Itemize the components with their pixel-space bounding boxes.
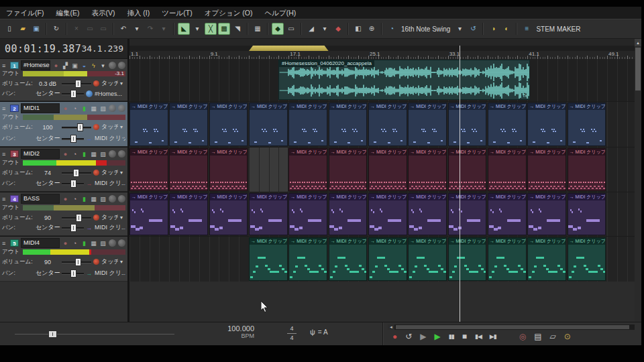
- swing-select[interactable]: 16th Note Swing: [398, 25, 453, 33]
- record-dot-icon[interactable]: ●: [62, 105, 69, 112]
- playhead[interactable]: [460, 46, 460, 322]
- piano-icon[interactable]: ▦: [90, 196, 97, 202]
- output-destination-label[interactable]: MIDI クリ...: [95, 179, 125, 188]
- midi-clip[interactable]: → MIDI クリップ: [408, 103, 447, 146]
- midi-clip[interactable]: → MIDI クリップ -: [568, 148, 606, 191]
- midi-clip[interactable]: → MIDI クリップ -: [288, 193, 327, 235]
- midi-clip[interactable]: → MIDI クリップ: [329, 103, 368, 146]
- clock-icon[interactable]: ◔: [71, 196, 78, 202]
- time-display-mbt[interactable]: 34.1.239: [81, 44, 123, 54]
- track-number-badge[interactable]: 1: [10, 62, 19, 69]
- io-button[interactable]: ⊙: [564, 331, 571, 342]
- pan-slider[interactable]: [62, 269, 84, 278]
- output-destination-label[interactable]: MIDI クリ...: [95, 223, 125, 232]
- midi-clip[interactable]: → MIDI クリップ -: [288, 237, 327, 281]
- midi-clip[interactable]: → MIDI クリップ -: [488, 237, 527, 281]
- track-collapse-icon[interactable]: ≡: [2, 62, 8, 69]
- midi-clip[interactable]: → MIDI クリップ: [249, 103, 288, 146]
- menu-item-3[interactable]: 挿入 (I): [121, 7, 156, 19]
- stem-maker-button[interactable]: STEM MAKER: [533, 25, 583, 33]
- midi-plug-icon[interactable]: ▮: [80, 240, 88, 247]
- track-number-badge[interactable]: 5: [10, 239, 19, 247]
- midi-clip[interactable]: → MIDI クリップ -: [488, 193, 527, 235]
- stretch-tool-button[interactable]: ▩: [218, 23, 230, 35]
- volume-value[interactable]: 74: [36, 170, 60, 176]
- fx-knob-icon[interactable]: [118, 62, 125, 69]
- record-dot-icon[interactable]: ●: [62, 196, 69, 202]
- midi-clip[interactable]: → MIDI クリップ -: [527, 193, 566, 235]
- midi-clip[interactable]: → MIDI クリップ -: [329, 237, 368, 281]
- pan-value[interactable]: センター: [36, 269, 60, 278]
- piano-icon[interactable]: ▦: [90, 240, 97, 247]
- track-name-field[interactable]: BASS: [21, 194, 60, 204]
- master-volume-slider[interactable]: [15, 330, 174, 339]
- clock-icon[interactable]: ◔: [71, 240, 78, 247]
- swing-apply-button[interactable]: ↺: [467, 23, 479, 35]
- record-button[interactable]: ●: [392, 331, 397, 342]
- midi-clip[interactable]: → MIDI クリップ -: [329, 193, 368, 235]
- track-number-badge[interactable]: 4: [10, 195, 19, 202]
- mute-blue-icon[interactable]: ◒: [80, 62, 88, 69]
- midi-clip[interactable]: → MIDI クリップ -: [448, 237, 487, 281]
- eraser-tool-button[interactable]: ◆: [272, 23, 284, 35]
- volume-value[interactable]: 0.3 dB: [36, 80, 60, 87]
- loop-record-button[interactable]: ◎: [519, 331, 526, 342]
- clip-fx-badge[interactable]: fx: [523, 93, 527, 99]
- midi-clip[interactable]: → MIDI クリップ -: [527, 237, 566, 281]
- play-button[interactable]: ▶: [435, 331, 441, 342]
- track-header-MIDI1[interactable]: ≡2MIDI1●◔▮▦▨アウトボリューム:100タッチ▾パン:センター→MIDI…: [0, 102, 127, 147]
- midi-clip[interactable]: → MIDI クリップ: [568, 103, 606, 146]
- track-collapse-icon[interactable]: ≡: [2, 196, 8, 202]
- midi-clip[interactable]: → MIDI クリップ -: [249, 193, 288, 235]
- volume-slider-handle[interactable]: [75, 258, 81, 266]
- next-button[interactable]: ▶▮: [490, 331, 496, 342]
- midi-clip[interactable]: → MIDI クリップ: [488, 103, 527, 146]
- pan-slider[interactable]: [62, 135, 84, 143]
- midi-clip[interactable]: → MIDI クリップ -: [368, 193, 407, 235]
- pan-slider[interactable]: [62, 224, 84, 232]
- midi-clip[interactable]: → MIDI クリップ -: [169, 193, 208, 235]
- output-destination-label[interactable]: #Homes...: [95, 90, 125, 97]
- midi-clip[interactable]: → MIDI クリップ: [129, 103, 168, 146]
- pan-slider-handle[interactable]: [70, 224, 76, 232]
- freeze-knob-icon[interactable]: [109, 150, 116, 158]
- pause-button[interactable]: ▮▮: [449, 331, 454, 342]
- menu-item-0[interactable]: ファイル(F): [0, 7, 50, 19]
- volume-value[interactable]: 90: [36, 215, 60, 221]
- midi-clip[interactable]: → MIDI クリップ -: [329, 148, 368, 191]
- volume-slider[interactable]: [62, 214, 91, 222]
- edit-cursor-tool-button[interactable]: ◥: [231, 23, 244, 35]
- midi-clip[interactable]: → MIDI クリップ -: [249, 237, 288, 281]
- volume-slider-handle[interactable]: [76, 214, 82, 222]
- automation-gear-icon[interactable]: [93, 259, 99, 265]
- midi-clip[interactable]: → MIDI クリップ -: [408, 193, 447, 235]
- midi-clip[interactable]: → MIDI クリップ -: [129, 148, 168, 191]
- automation-mode-label[interactable]: タッチ: [101, 257, 118, 266]
- step-grid-icon[interactable]: ▞: [62, 62, 69, 69]
- volume-slider-handle[interactable]: [75, 80, 81, 88]
- automation-gear-icon[interactable]: [93, 80, 99, 86]
- midi-plug-icon[interactable]: ▮: [80, 151, 88, 158]
- midi-clip[interactable]: → MIDI クリップ: [368, 103, 407, 146]
- midi-clip[interactable]: → MIDI クリップ -: [448, 193, 487, 235]
- fx-knob-icon[interactable]: [118, 239, 125, 247]
- paste-button[interactable]: ▭: [97, 23, 109, 35]
- smart-tool-button[interactable]: ◣: [178, 23, 190, 35]
- pan-slider-handle[interactable]: [70, 180, 76, 188]
- automation-gear-icon[interactable]: [93, 124, 99, 130]
- echo-icon[interactable]: ▣: [71, 62, 78, 69]
- scroll-up-button[interactable]: ▴: [635, 39, 641, 46]
- grid-icon[interactable]: ▨: [99, 196, 107, 202]
- cut-button[interactable]: ×: [70, 23, 83, 35]
- volume-caret-icon[interactable]: ▾: [120, 170, 125, 176]
- volume-slider-handle[interactable]: [73, 169, 79, 177]
- select-box-tool-button[interactable]: ▭: [285, 23, 297, 35]
- save-button[interactable]: ▣: [30, 23, 42, 35]
- midi-clip[interactable]: → MIDI クリップ -: [568, 193, 606, 235]
- automation-gear-icon[interactable]: [93, 215, 99, 221]
- nudge-tool-button[interactable]: ◧: [352, 23, 364, 35]
- prev-button[interactable]: ▮◀: [475, 331, 482, 342]
- track-header-MIDI4[interactable]: ≡5MIDI4●◔▮▦▨アウトボリューム:90タッチ▾パン:センター→MIDI …: [0, 237, 127, 282]
- midi-clip[interactable]: → MIDI クリップ -: [209, 193, 248, 235]
- grid-icon[interactable]: ▨: [99, 240, 107, 247]
